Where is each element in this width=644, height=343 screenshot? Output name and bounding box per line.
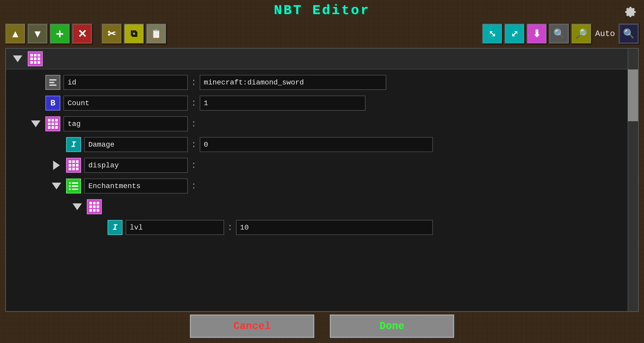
arrow-down-icon: ▼ xyxy=(32,28,43,40)
expand-button[interactable]: ⤢ xyxy=(504,24,525,44)
zoom-search-button[interactable]: 🔎 xyxy=(571,24,591,44)
int-tag-icon: I xyxy=(66,137,81,152)
id-field-value[interactable] xyxy=(200,75,386,90)
table-row: : xyxy=(9,113,622,134)
damage-field-name[interactable] xyxy=(84,137,188,152)
list-lines-icon xyxy=(67,180,80,192)
bottom-buttons: Cancel Done xyxy=(190,315,454,338)
expand-icon: ⤢ xyxy=(511,28,518,39)
enchantments-field-name[interactable] xyxy=(84,178,188,194)
scrollbar-thumb[interactable] xyxy=(628,69,638,121)
enchant-collapse-arrow[interactable] xyxy=(71,200,84,213)
tag-field-name[interactable] xyxy=(63,116,188,131)
copy-icon: ⧉ xyxy=(131,28,137,39)
shrink-button[interactable]: ⤡ xyxy=(482,24,502,44)
toolbar: ▲ ▼ + ✕ ✂ ⧉ 📋 ⤡ ⤢ ⬇ 🔍 🔎 Auto � xyxy=(5,22,639,45)
colon-separator: : xyxy=(191,77,197,88)
tag-collapse-arrow[interactable] xyxy=(29,117,42,130)
id-field-name[interactable] xyxy=(63,75,188,90)
table-row: I : xyxy=(9,217,622,238)
colon-separator: : xyxy=(191,139,197,150)
plus-icon: + xyxy=(56,26,64,41)
search-button[interactable]: 🔍 xyxy=(549,24,569,44)
zoom-search-icon: 🔎 xyxy=(576,28,587,39)
table-row: : xyxy=(9,72,622,93)
grid-dots xyxy=(66,158,81,173)
root-collapse-arrow[interactable] xyxy=(11,52,24,65)
string-tag-icon xyxy=(45,75,60,90)
count-field-value[interactable] xyxy=(200,96,366,111)
compound-tag-icon xyxy=(66,158,81,173)
table-row: : xyxy=(9,155,622,176)
scissors-icon: ✂ xyxy=(108,28,116,39)
editor-area: : B : : I xyxy=(5,48,639,312)
grid-dots xyxy=(45,116,60,131)
colon-separator: : xyxy=(227,222,233,233)
cancel-button[interactable]: Cancel xyxy=(190,315,314,338)
int-tag-icon: I xyxy=(108,220,123,235)
string-lines-icon xyxy=(47,77,59,88)
display-field-name[interactable] xyxy=(84,158,188,173)
x-icon: ✕ xyxy=(78,27,87,40)
compound-tag-icon xyxy=(87,199,102,214)
grid-dots xyxy=(87,199,102,214)
paste-button[interactable]: 📋 xyxy=(146,24,166,44)
paste-icon: 📋 xyxy=(151,28,162,39)
copy-button[interactable]: ⧉ xyxy=(124,24,144,44)
table-row: : xyxy=(9,176,622,196)
auto-zoom-button[interactable]: 🔍 xyxy=(619,24,639,44)
table-row xyxy=(9,196,622,217)
shrink-icon: ⤡ xyxy=(489,28,496,39)
download-button[interactable]: ⬇ xyxy=(527,24,547,44)
list-tag-icon xyxy=(66,178,81,194)
arrow-up-icon: ▲ xyxy=(10,28,20,40)
move-up-button[interactable]: ▲ xyxy=(5,24,25,44)
editor-header-row xyxy=(6,49,638,69)
lvl-field-value[interactable] xyxy=(236,220,433,235)
scrollbar[interactable] xyxy=(628,49,638,311)
done-button[interactable]: Done xyxy=(330,315,454,338)
add-button[interactable]: + xyxy=(50,24,70,44)
colon-separator: : xyxy=(191,160,197,171)
auto-zoom-icon: 🔍 xyxy=(623,28,635,39)
count-field-name[interactable] xyxy=(63,96,188,111)
colon-separator: : xyxy=(191,181,197,191)
byte-tag-icon: B xyxy=(45,96,60,111)
compound-tag-icon xyxy=(45,116,60,131)
enchantments-collapse-arrow[interactable] xyxy=(50,180,63,192)
settings-button[interactable] xyxy=(621,3,639,21)
cut-button[interactable]: ✂ xyxy=(102,24,122,44)
delete-button[interactable]: ✕ xyxy=(72,24,92,44)
app-title: NBT Editor xyxy=(274,3,370,18)
grid-dots xyxy=(28,51,43,66)
gear-icon xyxy=(622,4,638,19)
download-icon: ⬇ xyxy=(533,28,541,39)
display-expand-arrow[interactable] xyxy=(50,159,63,172)
damage-field-value[interactable] xyxy=(200,137,433,152)
table-row: B : xyxy=(9,93,622,113)
move-down-button[interactable]: ▼ xyxy=(27,24,48,44)
title-bar: NBT Editor xyxy=(0,0,644,21)
toolbar-right: ⤡ ⤢ ⬇ 🔍 🔎 Auto 🔍 xyxy=(482,24,639,44)
auto-label: Auto xyxy=(595,29,615,39)
colon-separator: : xyxy=(191,98,197,109)
search-icon: 🔍 xyxy=(553,28,565,39)
lvl-field-name[interactable] xyxy=(126,220,224,235)
tree-content: : B : : I xyxy=(6,69,638,240)
root-compound-icon xyxy=(28,51,43,66)
table-row: I : xyxy=(9,134,622,155)
colon-separator: : xyxy=(191,119,197,129)
